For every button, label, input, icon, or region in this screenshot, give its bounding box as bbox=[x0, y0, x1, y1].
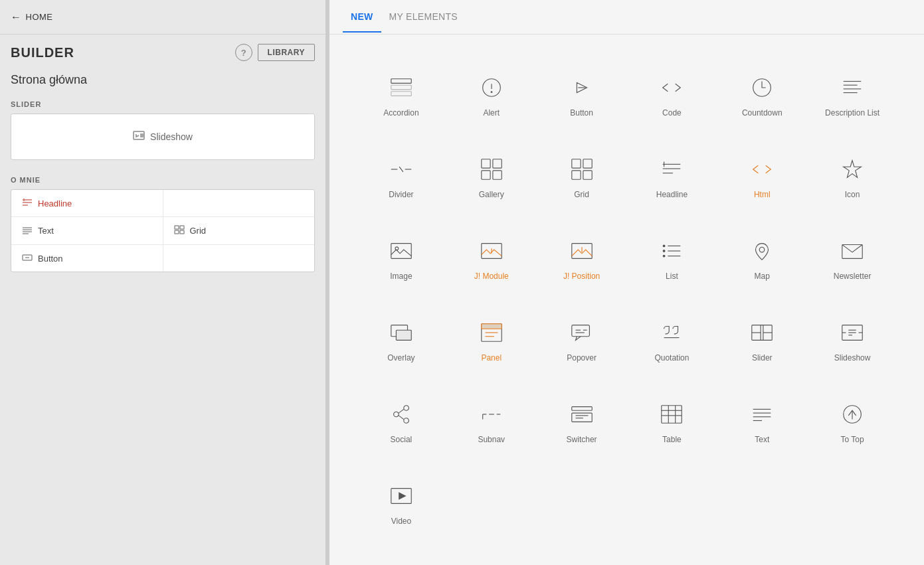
element-list[interactable]: List bbox=[626, 218, 717, 299]
elements-grid: Accordion Alert Button Code bbox=[329, 35, 924, 565]
element-j-module[interactable]: J! Module bbox=[446, 218, 537, 299]
element-alert[interactable]: Alert bbox=[446, 54, 537, 136]
overlay-icon bbox=[387, 319, 415, 347]
element-slider[interactable]: Slider bbox=[717, 299, 807, 381]
content-row-2: Text Grid bbox=[11, 217, 314, 245]
svg-rect-96 bbox=[662, 406, 682, 424]
element-map[interactable]: Map bbox=[717, 218, 807, 299]
html-label: Html bbox=[754, 190, 771, 199]
element-headline[interactable]: Headline bbox=[626, 136, 717, 218]
top-bar: ← HOME bbox=[0, 0, 325, 35]
element-html[interactable]: Html bbox=[717, 136, 807, 218]
html-icon bbox=[748, 155, 776, 183]
element-overlay[interactable]: Overlay bbox=[356, 299, 446, 381]
element-social[interactable]: Social bbox=[356, 382, 446, 463]
table-icon bbox=[658, 400, 686, 428]
panel-label: Panel bbox=[481, 353, 502, 363]
element-countdown[interactable]: Countdown bbox=[717, 54, 807, 136]
svg-rect-13 bbox=[180, 226, 184, 229]
description-list-label: Description List bbox=[825, 108, 879, 118]
element-video[interactable]: Video bbox=[356, 463, 446, 545]
svg-rect-92 bbox=[571, 407, 591, 411]
list-icon bbox=[658, 237, 686, 265]
slideshow-small-icon bbox=[133, 131, 145, 143]
back-button[interactable]: ← HOME bbox=[11, 11, 53, 23]
text-icon bbox=[22, 226, 33, 236]
to-top-icon bbox=[838, 400, 866, 428]
element-code[interactable]: Code bbox=[626, 54, 717, 136]
back-label: HOME bbox=[26, 12, 53, 22]
headline-el-label: Headline bbox=[656, 190, 688, 199]
button-el-icon bbox=[568, 74, 596, 102]
element-icon[interactable]: Icon bbox=[807, 136, 897, 218]
tab-my-elements[interactable]: MY ELEMENTS bbox=[381, 2, 466, 33]
alert-icon bbox=[478, 74, 506, 102]
svg-rect-41 bbox=[583, 171, 591, 179]
element-quotation[interactable]: Quotation bbox=[626, 299, 717, 381]
element-popover[interactable]: Popover bbox=[537, 299, 627, 381]
element-image[interactable]: Image bbox=[356, 218, 446, 299]
element-button[interactable]: Button bbox=[537, 54, 627, 136]
social-label: Social bbox=[391, 435, 413, 444]
element-slideshow[interactable]: Slideshow bbox=[807, 299, 897, 381]
element-grid[interactable]: Grid bbox=[537, 136, 627, 218]
element-j-position[interactable]: J! Position bbox=[537, 218, 627, 299]
text-el-icon bbox=[748, 400, 776, 428]
tab-new[interactable]: NEW bbox=[343, 2, 381, 33]
svg-rect-37 bbox=[493, 171, 502, 179]
builder-title: BUILDER bbox=[11, 45, 74, 60]
element-divider[interactable]: Divider bbox=[356, 136, 446, 218]
list-label: List bbox=[666, 272, 678, 281]
countdown-label: Countdown bbox=[742, 108, 783, 118]
text-el-label: Text bbox=[755, 435, 769, 444]
table-label: Table bbox=[662, 435, 682, 444]
element-gallery[interactable]: Gallery bbox=[446, 136, 537, 218]
svg-point-48 bbox=[395, 247, 399, 250]
element-switcher[interactable]: Switcher bbox=[537, 382, 627, 463]
text-cell[interactable]: Text bbox=[11, 217, 163, 244]
svg-rect-20 bbox=[391, 91, 411, 96]
svg-rect-47 bbox=[391, 243, 411, 258]
switcher-label: Switcher bbox=[567, 435, 597, 444]
element-subnav[interactable]: Subnav bbox=[446, 382, 537, 463]
element-text[interactable]: Text bbox=[717, 382, 807, 463]
quotation-icon bbox=[658, 319, 686, 347]
element-panel[interactable]: Panel bbox=[446, 299, 537, 381]
help-button[interactable]: ? bbox=[235, 44, 252, 61]
button-el-label: Button bbox=[570, 108, 593, 118]
svg-rect-62 bbox=[396, 330, 411, 340]
j-position-label: J! Position bbox=[563, 272, 600, 281]
video-icon bbox=[387, 482, 415, 510]
svg-rect-18 bbox=[391, 78, 411, 83]
library-button[interactable]: LIBRARY bbox=[258, 44, 315, 61]
alert-label: Alert bbox=[483, 108, 500, 118]
button-icon bbox=[22, 253, 33, 264]
element-accordion[interactable]: Accordion bbox=[356, 54, 446, 136]
headline-label: Headline bbox=[38, 199, 72, 208]
left-panel: ← HOME BUILDER ? LIBRARY Strona główna S… bbox=[0, 0, 325, 565]
slider-section-label: SLIDER bbox=[0, 96, 325, 114]
svg-point-57 bbox=[663, 250, 666, 252]
accordion-label: Accordion bbox=[383, 108, 418, 118]
svg-line-86 bbox=[399, 410, 404, 414]
svg-rect-14 bbox=[175, 230, 179, 234]
svg-rect-64 bbox=[482, 324, 502, 329]
right-panel: NEW MY ELEMENTS Accordion Alert Button bbox=[329, 0, 924, 565]
slideshow-block[interactable]: Slideshow bbox=[11, 114, 315, 160]
grid-cell[interactable]: Grid bbox=[163, 217, 315, 244]
icon-el-label: Icon bbox=[845, 190, 860, 199]
svg-rect-67 bbox=[571, 325, 589, 337]
headline-cell[interactable]: Headline bbox=[11, 190, 163, 216]
empty-cell-2 bbox=[163, 245, 315, 272]
element-table[interactable]: Table bbox=[626, 382, 717, 463]
map-icon bbox=[748, 237, 776, 265]
omnie-section-label: O MNIE bbox=[0, 171, 325, 189]
panel-icon bbox=[478, 319, 506, 347]
svg-rect-38 bbox=[571, 159, 580, 168]
subnav-icon bbox=[478, 400, 506, 428]
element-newsletter[interactable]: Newsletter bbox=[807, 218, 897, 299]
element-to-top[interactable]: To Top bbox=[807, 382, 897, 463]
button-cell[interactable]: Button bbox=[11, 245, 163, 272]
element-description-list[interactable]: Description List bbox=[807, 54, 897, 136]
j-position-icon bbox=[568, 237, 596, 265]
